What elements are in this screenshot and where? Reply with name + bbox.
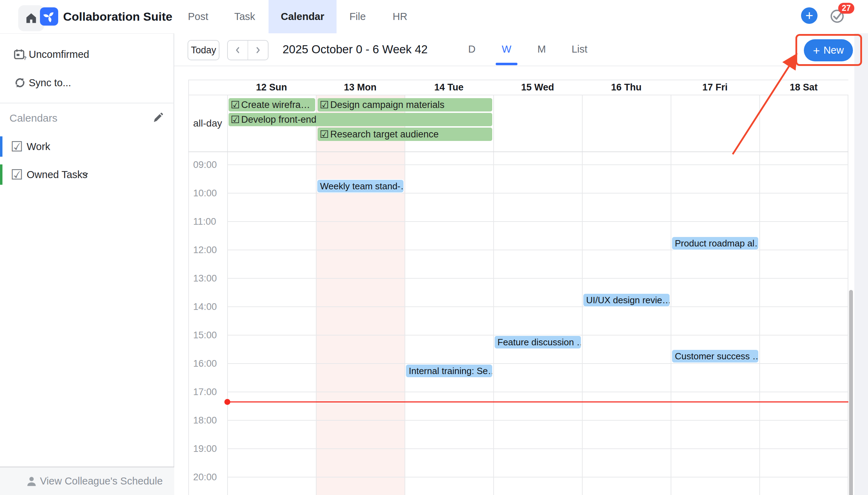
annotation-highlight-box: [795, 34, 862, 66]
tab-file[interactable]: File: [340, 0, 375, 33]
day-header-thu[interactable]: 16 Thu: [582, 80, 671, 95]
active-view-underline: [496, 63, 517, 65]
pencil-icon: [152, 111, 164, 124]
plus-icon: +: [805, 8, 813, 23]
event-title: Feature discussion …: [497, 337, 582, 348]
hour-line: [227, 448, 848, 449]
event-title: Create wirefra…: [241, 100, 310, 110]
sidebar-divider: [0, 103, 174, 103]
day-header-mon[interactable]: 13 Mon: [316, 80, 405, 95]
all-day-event[interactable]: ☑ Design campaign materials: [318, 98, 492, 111]
tab-task[interactable]: Task: [227, 0, 262, 33]
column-line: [671, 95, 671, 495]
column-line: [405, 95, 405, 495]
hour-line: [227, 306, 848, 307]
chevron-left-icon: [233, 46, 242, 55]
view-tab-week[interactable]: W: [498, 33, 515, 65]
tab-hr[interactable]: HR: [382, 0, 418, 33]
view-tab-list[interactable]: List: [564, 33, 595, 65]
all-day-label: all-day: [193, 118, 222, 129]
calendar-color-bar: [0, 136, 2, 157]
day-header-sat[interactable]: 18 Sat: [759, 80, 848, 95]
current-time-dot: [224, 399, 230, 405]
next-week-button[interactable]: [248, 41, 268, 60]
pinwheel-icon: [42, 9, 56, 23]
timed-event[interactable]: Customer success …: [671, 349, 759, 363]
prev-week-button[interactable]: [228, 41, 248, 60]
hour-line: [227, 164, 848, 165]
event-title: Product roadmap al…: [675, 238, 759, 249]
window-edge-strip: [854, 33, 868, 495]
create-button[interactable]: +: [801, 7, 818, 24]
event-title: UI/UX design revie…: [586, 295, 670, 306]
sidebar-item-label: Sync to...: [29, 77, 71, 89]
grid-left-border: [188, 80, 189, 495]
timed-event[interactable]: Weekly team stand-…: [317, 179, 404, 193]
hour-line: [227, 477, 848, 477]
hour-line: [227, 221, 848, 222]
all-day-event[interactable]: ☑ Create wirefra…: [229, 98, 315, 111]
sync-icon: [13, 76, 27, 90]
day-header-fri[interactable]: 17 Fri: [671, 80, 759, 95]
view-tab-month[interactable]: M: [533, 33, 550, 65]
app-title: Collaboration Suite: [63, 0, 172, 33]
timed-event[interactable]: UI/UX design revie…: [583, 293, 670, 307]
view-tab-day[interactable]: D: [463, 33, 481, 65]
column-line: [493, 95, 494, 495]
all-day-event[interactable]: ☑ Develop front-end: [229, 113, 492, 126]
event-title: Develop front-end: [241, 114, 317, 125]
all-day-separator: [188, 151, 848, 152]
time-label: 13:00: [193, 273, 217, 284]
today-button[interactable]: Today: [188, 40, 219, 60]
column-line: [316, 95, 317, 495]
task-checkbox-icon: ☑: [231, 100, 240, 110]
tab-post[interactable]: Post: [181, 0, 216, 33]
column-line: [227, 95, 228, 495]
task-checkbox-icon: ☑: [320, 100, 329, 110]
time-label: 16:00: [193, 358, 217, 369]
checkbox-checked-icon[interactable]: ☑: [11, 140, 23, 154]
calendar-color-bar: [0, 164, 2, 185]
time-label: 12:00: [193, 245, 217, 256]
current-day-column-highlight: [316, 95, 405, 495]
time-label: 11:00: [193, 216, 216, 227]
time-label: 18:00: [193, 415, 217, 426]
timed-event[interactable]: Internal training: Se…: [405, 364, 493, 378]
calendar-label: Owned Tasks: [27, 169, 88, 181]
hour-line: [227, 420, 848, 421]
event-title: Research target audience: [330, 129, 439, 140]
date-range-title: 2025 October 0 - 6 Week 42: [283, 33, 428, 66]
day-header-border: [188, 95, 848, 95]
calendar-row-work[interactable]: ☑ Work: [0, 136, 174, 157]
chevron-down-icon[interactable]: [80, 170, 90, 179]
task-checkbox-icon: ☑: [320, 129, 329, 140]
day-header-sun[interactable]: 12 Sun: [227, 80, 316, 95]
day-header-tue[interactable]: 14 Tue: [405, 80, 493, 95]
sidebar-item-sync[interactable]: Sync to...: [0, 70, 174, 95]
person-icon: [25, 474, 39, 488]
time-label: 10:00: [193, 188, 217, 199]
calendar-row-owned-tasks[interactable]: ☑ Owned Tasks: [0, 164, 174, 185]
vertical-scrollbar[interactable]: [849, 290, 853, 495]
edit-calendars-button[interactable]: [150, 110, 166, 126]
time-label: 15:00: [193, 330, 217, 341]
column-line: [759, 95, 760, 495]
chevron-right-icon: [253, 46, 263, 55]
timed-event[interactable]: Feature discussion …: [494, 335, 582, 349]
time-label: 19:00: [193, 443, 217, 454]
all-day-event[interactable]: ☑ Research target audience: [318, 128, 492, 141]
calendars-section-title: Calendars: [9, 112, 57, 124]
event-title: Customer success …: [675, 351, 759, 362]
day-header-wed[interactable]: 15 Wed: [493, 80, 582, 95]
app-window: Collaboration Suite Post Task Calendar F…: [0, 0, 868, 495]
timed-event[interactable]: Product roadmap al…: [671, 236, 759, 250]
checkbox-checked-icon[interactable]: ☑: [11, 168, 23, 182]
app-logo[interactable]: [40, 7, 58, 26]
calendar-question-icon: ?: [13, 47, 27, 61]
time-label: 14:00: [193, 301, 217, 312]
view-colleague-schedule[interactable]: View Colleague's Schedule: [0, 467, 174, 495]
week-nav: [227, 40, 269, 60]
event-title: Internal training: Se…: [409, 366, 493, 377]
tab-calendar[interactable]: Calendar: [269, 0, 337, 33]
sidebar-item-unconfirmed[interactable]: ? Uncomfirmed: [0, 42, 174, 67]
